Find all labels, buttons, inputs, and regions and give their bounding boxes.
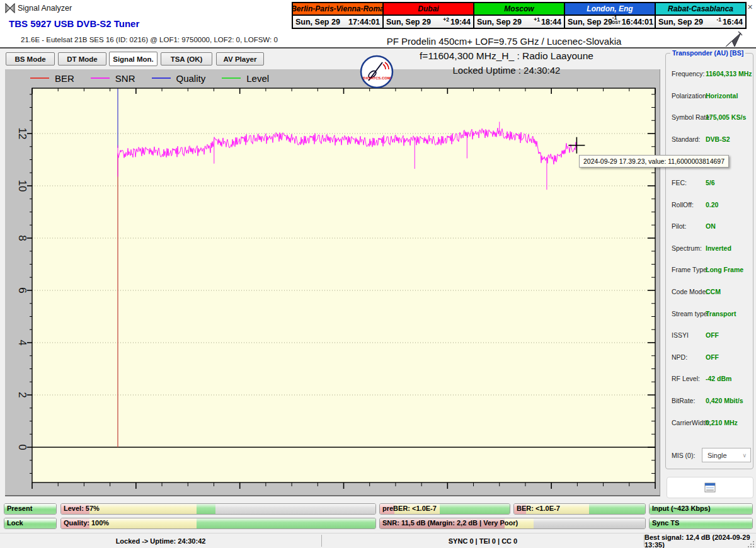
clock-city-label: London, Eng (565, 3, 655, 16)
tp-label-code-mode-: Code Mode: (672, 288, 707, 295)
chart-legend: BERSNRQualityLevel (30, 71, 269, 85)
locked-uptime: Locked Uptime : 24:30:42 (353, 65, 660, 76)
tp-label-rolloff-: RollOff: (672, 201, 694, 208)
dish-info: PF Prodelin 450cm+ LOF=9.75 GHz / Lucene… (315, 36, 693, 47)
mis-select[interactable]: Single ∨ (702, 448, 751, 462)
header-divider (0, 47, 756, 49)
legend-swatch (91, 77, 110, 79)
tp-label-fec-: FEC: (672, 179, 687, 186)
legend-swatch (222, 77, 241, 79)
svg-text:DXSATCS.COM: DXSATCS.COM (363, 76, 391, 80)
chart-panel: BERSNRQualityLevel 024681012 (5, 69, 660, 496)
tp-value-npd-: OFF (706, 353, 719, 361)
status-bar-label: Input (~423 Kbps) (652, 505, 711, 512)
plot-area[interactable] (32, 88, 655, 482)
tp-value-standard-: DVB-S2 (706, 135, 730, 143)
window-close-icon[interactable]: ✕ (747, 3, 753, 11)
resize-grip[interactable] (747, 539, 755, 547)
mouse-cursor-icon (723, 29, 746, 52)
y-tick-label: 8 (16, 235, 28, 241)
transponder-panel: Transponder (AU) [BS] Frequency:11604,31… (665, 53, 753, 469)
tp-value-stream-type-: Transport (706, 310, 736, 317)
status-bar-quality: Quality: 100% (60, 518, 376, 529)
signal-analyzer-window: Signal Analyzer ✕ Berlin-Paris-Vienna-Ro… (0, 0, 756, 548)
tab-bs-mode[interactable]: BS Mode (6, 52, 55, 66)
status-bar-input-423-kbps-: Input (~423 Kbps) (649, 503, 753, 515)
statusbar-sync: SYNC 0 | TEI 0 | CC 0 (322, 534, 644, 548)
y-tick-label: 6 (16, 287, 28, 293)
tp-value-frame-type-: Long Frame (706, 266, 743, 273)
clock-rabat-casablanca: Rabat-CasablancaSun, Sep 29-116:44 (656, 3, 745, 28)
tp-label-bitrate-: BitRate: (672, 397, 695, 404)
tp-label-spectrum-: Spectrum: (672, 244, 702, 252)
dxsatcs-logo: DXSATCS.COM (360, 55, 394, 89)
status-bar-label: Sync TS (652, 519, 679, 527)
tp-value-frequency-: 11604,313 MHz (706, 70, 752, 77)
y-tick-label: 2 (16, 392, 28, 397)
legend-item-quality: Quality (152, 73, 206, 84)
clock-time: Sun, Sep 29-1DST16:44:01 (565, 16, 655, 28)
tp-label-standard-: Standard: (672, 135, 701, 143)
record-list-icon (704, 482, 716, 493)
tp-value-code-mode-: CCM (706, 288, 721, 295)
clock-time: Sun, Sep 29-116:44 (656, 16, 745, 28)
status-bar-snr: SNR: 11,5 dB (Margin: 2,2 dB | Very Poor… (379, 518, 646, 529)
tp-label-rf-level-: RF Level: (672, 375, 700, 382)
status-bar-ber: BER: <1.0E-7 (513, 503, 646, 515)
clock-city-label: Rabat-Casablanca (656, 3, 745, 16)
tp-label-frame-type-: Frame Type: (672, 266, 709, 273)
tuner-subtitle: 21.6E - Eutelsat 21B SES 16 (ID: 0216) @… (21, 36, 278, 43)
tab-signal-mon-[interactable]: Signal Mon. (109, 52, 158, 66)
tp-value-issyi: OFF (706, 331, 719, 339)
legend-swatch (30, 77, 49, 79)
tab-av-player[interactable]: AV Player (216, 52, 264, 66)
y-tick-label: 12 (16, 128, 28, 140)
status-bar-sync-ts: Sync TS (649, 518, 753, 529)
clock-time: Sun, Sep 2917:44:01 (293, 16, 382, 28)
tp-label-stream-type-: Stream type: (672, 310, 709, 317)
signal-chart[interactable]: 024681012 (5, 69, 660, 496)
status-bar-label: Quality: 100% (64, 519, 109, 527)
tp-label-pilot-: Pilot: (672, 222, 686, 230)
clock-city-label: Moscow (474, 3, 564, 16)
tuner-title: TBS 5927 USB DVB-S2 Tuner (9, 18, 139, 29)
window-title: Signal Analyzer (18, 4, 72, 13)
tp-value-rolloff-: 0.20 (706, 201, 718, 208)
tab-tsa-ok-[interactable]: TSA (OK) (161, 52, 212, 66)
status-bar-present: Present (4, 503, 57, 515)
status-bar-label: Level: 57% (64, 505, 100, 512)
status-bar-label: Present (7, 505, 32, 512)
app-icon (5, 3, 15, 13)
status-bar-label: BER: <1.0E-7 (517, 505, 560, 512)
status-bar-preber: preBER: <1.0E-7 (379, 503, 510, 515)
legend-item-snr: SNR (91, 73, 135, 84)
tp-value-polarization-: Horizontal (706, 92, 738, 100)
statusbar-best-signal: Best signal: 12,4 dB (2024-09-29 13:35) (644, 534, 756, 548)
tp-value-pilot-: ON (706, 222, 716, 230)
panel-tool-button[interactable] (667, 477, 753, 498)
tp-label-carrierwidth-: CarrierWidth: (672, 419, 711, 426)
legend-item-level: Level (222, 73, 269, 84)
tp-value-rf-level-: -42 dBm (706, 375, 731, 382)
chevron-down-icon: ∨ (742, 452, 747, 459)
y-tick-label: 10 (16, 180, 28, 192)
tab-dt-mode[interactable]: DT Mode (58, 52, 106, 66)
tp-label-issyi: ISSYI (672, 331, 689, 339)
clock-dubai: DubaiSun, Sep 29+219:44 (384, 3, 474, 28)
tp-label-npd-: NPD: (672, 353, 687, 361)
clock-city-label: Dubai (384, 3, 473, 16)
tp-value-spectrum-: Inverted (706, 244, 731, 252)
statusbar: Locked -> Uptime: 24:30:42 SYNC 0 | TEI … (0, 533, 756, 548)
status-bar-level: Level: 57% (60, 503, 376, 515)
clock-moscow: MoscowSun, Sep 29+118:44 (474, 3, 565, 28)
tp-label-polarization-: Polarization: (672, 92, 708, 100)
legend-item-ber: BER (30, 73, 74, 84)
clock-berlin-paris-vienna-roma: Berlin-Paris-Vienna-RomaSun, Sep 2917:44… (293, 3, 384, 28)
clock-city-label: Berlin-Paris-Vienna-Roma (293, 3, 382, 16)
status-bar-label: Lock (7, 519, 23, 527)
tp-value-bitrate-: 0,420 Mbit/s (706, 397, 743, 404)
tp-value-symbol-rate-: 175,005 KS/s (706, 113, 746, 121)
statusbar-uptime: Locked -> Uptime: 24:30:42 (0, 534, 321, 548)
status-bar-label: SNR: 11,5 dB (Margin: 2,2 dB | Very Poor… (382, 519, 518, 527)
y-tick-label: 4 (16, 340, 28, 345)
